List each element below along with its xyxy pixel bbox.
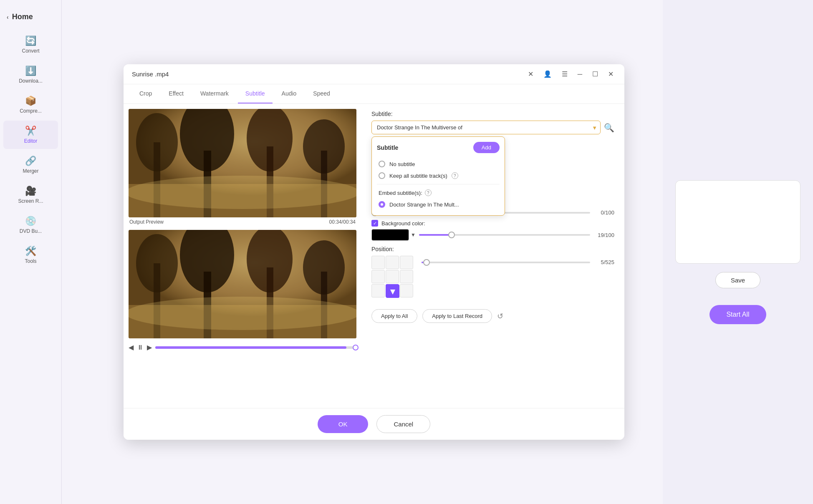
position-cell-tl[interactable] [371, 256, 385, 269]
dialog-footer: OK Cancel [124, 408, 624, 440]
position-cell-mr[interactable] [400, 270, 413, 283]
sidebar-item-merger[interactable]: 🔗 Merger [3, 151, 58, 179]
subtitle-select-wrap: Doctor Strange In The Multiverse of ▼ Su… [371, 121, 601, 134]
progress-fill [155, 346, 346, 349]
video-timestamp: 00:34/00:34 [329, 219, 356, 225]
position-slider-track[interactable] [422, 262, 590, 263]
progress-thumb[interactable] [353, 345, 359, 350]
sidebar-item-tools[interactable]: 🛠️ Tools [3, 241, 58, 269]
sidebar-item-editor[interactable]: ✂️ Editor [3, 121, 58, 149]
dropdown-divider [377, 184, 500, 184]
doctor-strange-option[interactable]: Doctor Strange In The Mult... [377, 199, 500, 210]
titlebar-close-icon[interactable]: ✕ [525, 69, 536, 79]
position-cell-mc[interactable] [386, 270, 399, 283]
bg-opacity-slider-track[interactable] [419, 234, 590, 236]
position-grid [371, 256, 413, 297]
position-cell-br[interactable] [400, 284, 413, 297]
titlebar-controls: ✕ 👤 ☰ ─ ☐ ✕ [525, 69, 616, 79]
sidebar-label-dvd: DVD Bu... [20, 228, 42, 234]
embed-help-icon[interactable]: ? [425, 189, 432, 196]
forest-bottom-svg [129, 230, 356, 338]
next-frame-button[interactable]: ▶ [147, 343, 152, 351]
titlebar-close-button[interactable]: ✕ [606, 69, 616, 79]
sidebar-item-convert[interactable]: 🔄 Convert [3, 30, 58, 59]
progress-bar[interactable] [155, 346, 356, 349]
settings-panel: Subtitle: Doctor Strange In The Multiver… [361, 104, 624, 408]
sidebar-label-screenr: Screen R... [18, 198, 43, 204]
video-preview-top [129, 109, 356, 217]
keep-all-help-icon[interactable]: ? [452, 172, 458, 179]
apply-to-last-button[interactable]: Apply to Last Record [422, 309, 492, 323]
chevron-left-icon: ‹ [7, 14, 9, 20]
convert-queue-box [675, 180, 800, 264]
right-panel: Save Start All [663, 0, 813, 504]
sidebar-label-compress: Compre... [20, 108, 42, 114]
ok-button[interactable]: OK [318, 415, 369, 433]
position-cell-tc[interactable] [386, 256, 399, 269]
background-color-checkbox[interactable]: ✓ [371, 220, 378, 227]
tab-speed[interactable]: Speed [306, 84, 337, 103]
prev-frame-button[interactable]: ◀ [129, 343, 134, 351]
download-icon: ⬇️ [25, 66, 36, 76]
tab-effect[interactable]: Effect [161, 84, 191, 103]
svg-point-11 [129, 176, 356, 209]
sidebar-home-label: Home [12, 13, 33, 21]
color-swatch[interactable] [371, 229, 409, 241]
position-cell-bl[interactable] [371, 284, 385, 297]
video-panel: Output Preview 00:34/00:34 [124, 104, 361, 408]
dvd-icon: 💿 [25, 216, 36, 227]
position-active-icon [386, 285, 399, 298]
doctor-strange-radio[interactable] [379, 201, 385, 208]
color-swatch-wrap: ▼ [371, 229, 416, 241]
tab-crop[interactable]: Crop [132, 84, 159, 103]
tab-audio[interactable]: Audio [274, 84, 304, 103]
apply-to-all-button[interactable]: Apply to All [371, 309, 417, 323]
bg-opacity-thumb[interactable] [448, 232, 455, 238]
merger-icon: 🔗 [25, 156, 36, 166]
pause-button[interactable]: ⏸ [137, 344, 144, 351]
cancel-button[interactable]: Cancel [376, 415, 430, 433]
keep-all-option[interactable]: Keep all subtitle track(s) ? [377, 170, 500, 181]
editor-icon: ✂️ [25, 126, 36, 136]
add-subtitle-button[interactable]: Add [473, 142, 500, 153]
search-subtitle-button[interactable]: 🔍 [604, 123, 614, 133]
sidebar-item-download[interactable]: ⬇️ Downloa... [3, 60, 58, 89]
position-cell-ml[interactable] [371, 270, 385, 283]
save-button[interactable]: Save [715, 272, 760, 288]
tab-watermark[interactable]: Watermark [193, 84, 236, 103]
dropdown-header: Subtitle Add [377, 142, 500, 153]
titlebar-menu-icon[interactable]: ☰ [559, 69, 570, 79]
screen-record-icon: 🎥 [25, 186, 36, 197]
sidebar-item-dvd[interactable]: 💿 DVD Bu... [3, 211, 58, 239]
refresh-button[interactable]: ↺ [497, 312, 503, 321]
bg-opacity-fill [419, 234, 452, 236]
color-dropdown-caret-icon[interactable]: ▼ [411, 232, 416, 238]
keep-all-radio[interactable] [379, 172, 385, 179]
subtitle-section-label: Subtitle: [371, 111, 614, 117]
embed-label-text: Embed subtitle(s): [379, 190, 422, 196]
no-subtitle-radio[interactable] [379, 161, 385, 167]
tools-icon: 🛠️ [25, 246, 36, 257]
tab-subtitle[interactable]: Subtitle [238, 84, 273, 103]
position-slider-thumb[interactable] [423, 259, 430, 266]
sidebar-label-tools: Tools [25, 258, 36, 264]
opacity-value: 0/100 [593, 209, 614, 216]
titlebar-maximize-button[interactable]: ☐ [590, 69, 601, 79]
position-cell-tr[interactable] [400, 256, 413, 269]
start-all-button[interactable]: Start All [709, 305, 766, 324]
action-row: Apply to All Apply to Last Record ↺ [371, 309, 614, 323]
titlebar-settings-icon[interactable]: 👤 [541, 69, 554, 79]
sidebar-label-convert: Convert [22, 48, 39, 54]
sidebar-item-screenr[interactable]: 🎥 Screen R... [3, 181, 58, 209]
embed-section-label: Embed subtitle(s): ? [377, 187, 500, 199]
sidebar-item-compress[interactable]: 📦 Compre... [3, 91, 58, 119]
no-subtitle-option[interactable]: No subtitle [377, 158, 500, 170]
main-window: Save Start All Sunrise .mp4 ✕ 👤 ☰ ─ ☐ ✕ … [62, 0, 813, 504]
compress-icon: 📦 [25, 96, 36, 106]
sidebar-home[interactable]: ‹ Home [0, 8, 61, 25]
position-cell-bc[interactable] [386, 284, 399, 297]
subtitle-select[interactable]: Doctor Strange In The Multiverse of [371, 121, 601, 134]
titlebar-minimize-button[interactable]: ─ [575, 70, 585, 79]
background-color-row: ✓ Background color: [371, 220, 614, 227]
sidebar-label-download: Downloa... [19, 78, 43, 84]
